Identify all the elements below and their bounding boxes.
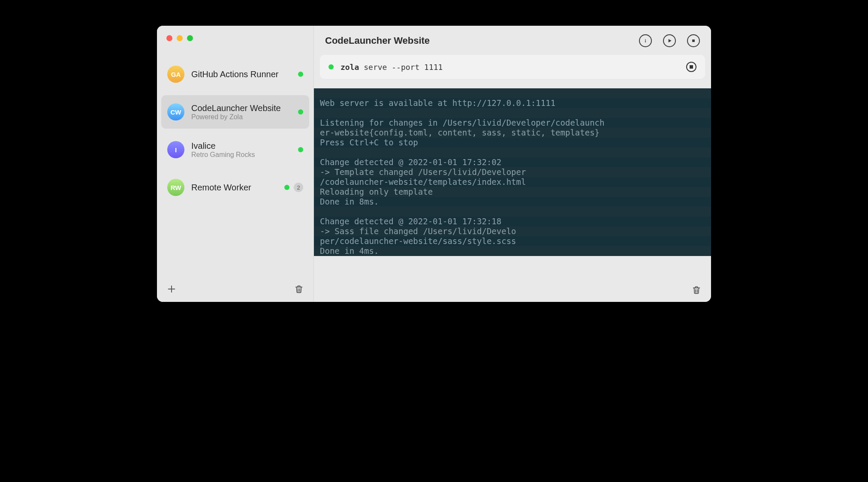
project-text: Ivalice Retro Gaming Rocks (191, 141, 298, 159)
sidebar-project-item[interactable]: CW CodeLauncher Website Powered by Zola (161, 95, 309, 129)
sidebar-project-item[interactable]: RW Remote Worker 2 (161, 171, 309, 204)
clear-output-button[interactable] (690, 284, 702, 296)
project-avatar: RW (167, 179, 184, 196)
terminal-line: Web server is available at http://127.0.… (314, 98, 711, 108)
terminal-line: Press Ctrl+C to stop (314, 138, 711, 148)
project-title: GitHub Actions Runner (191, 69, 298, 79)
terminal-line (314, 108, 711, 118)
terminal-line: Change detected @ 2022-01-01 17:32:02 (314, 157, 711, 167)
project-text: GitHub Actions Runner (191, 69, 298, 79)
project-subtitle: Powered by Zola (191, 113, 298, 121)
terminal-line: Done in 8ms. (314, 197, 711, 207)
project-subtitle: Retro Gaming Rocks (191, 151, 298, 159)
add-project-button[interactable] (166, 283, 178, 295)
command-row[interactable]: zola serve --port 1111 (320, 55, 705, 79)
terminal-line: Reloading only template (314, 187, 711, 197)
maximize-window-button[interactable] (187, 35, 193, 41)
delete-project-button[interactable] (293, 283, 305, 295)
minimize-window-button[interactable] (177, 35, 183, 41)
sidebar-project-item[interactable]: GA GitHub Actions Runner (161, 57, 309, 91)
sidebar-project-item[interactable]: I Ivalice Retro Gaming Rocks (161, 133, 309, 166)
main-footer (314, 278, 711, 302)
terminal-output[interactable]: Web server is available at http://127.0.… (314, 88, 711, 278)
project-list: GA GitHub Actions Runner CW CodeLauncher… (157, 45, 313, 276)
stop-process-button[interactable] (686, 62, 696, 72)
command-row-container: zola serve --port 1111 (314, 55, 711, 88)
status-dot-icon (298, 109, 303, 114)
terminal-line: -> Sass file changed /Users/livid/Develo (314, 226, 711, 236)
main-panel: CodeLauncher Website zola serve --port 1… (314, 26, 711, 302)
close-window-button[interactable] (166, 35, 172, 41)
svg-rect-5 (645, 40, 646, 42)
status-dot-icon (298, 147, 303, 152)
status-dot-icon (284, 185, 289, 190)
sidebar-footer (157, 276, 313, 302)
run-button[interactable] (663, 34, 676, 47)
info-button[interactable] (639, 34, 652, 47)
project-avatar: I (167, 141, 184, 158)
terminal-line: Done in 4ms. (314, 246, 711, 256)
project-avatar: GA (167, 66, 184, 83)
project-title: Remote Worker (191, 182, 284, 193)
project-title: CodeLauncher Website (191, 103, 298, 113)
svg-marker-6 (669, 39, 672, 42)
project-avatar: CW (167, 103, 184, 120)
sidebar: GA GitHub Actions Runner CW CodeLauncher… (157, 26, 314, 302)
header: CodeLauncher Website (314, 26, 711, 55)
terminal-line: Change detected @ 2022-01-01 17:32:18 (314, 217, 711, 226)
terminal-line: /codelauncher-website/templates/index.ht… (314, 177, 711, 187)
terminal-line: per/codelauncher-website/sass/style.scss (314, 236, 711, 246)
project-text: CodeLauncher Website Powered by Zola (191, 103, 298, 121)
header-actions (639, 34, 700, 47)
terminal-line (314, 148, 711, 157)
terminal-line (314, 88, 711, 98)
page-title: CodeLauncher Website (325, 35, 430, 46)
command-program: zola (341, 63, 359, 72)
svg-point-4 (645, 39, 646, 40)
terminal-line: -> Template changed /Users/livid/Develop… (314, 167, 711, 177)
project-text: Remote Worker (191, 182, 284, 193)
status-dot-icon (329, 64, 334, 69)
window-controls (157, 26, 313, 45)
command-text: zola serve --port 1111 (341, 63, 686, 72)
command-args: serve --port 1111 (364, 63, 443, 72)
terminal-line: er-website{config.toml, content, sass, s… (314, 128, 711, 138)
project-badge: 2 (294, 183, 303, 192)
svg-rect-7 (692, 39, 695, 42)
terminal-line (314, 207, 711, 217)
app-window: GA GitHub Actions Runner CW CodeLauncher… (157, 26, 711, 302)
stop-button[interactable] (687, 34, 700, 47)
project-title: Ivalice (191, 141, 298, 151)
terminal-line: Listening for changes in /Users/livid/De… (314, 118, 711, 128)
status-dot-icon (298, 72, 303, 77)
